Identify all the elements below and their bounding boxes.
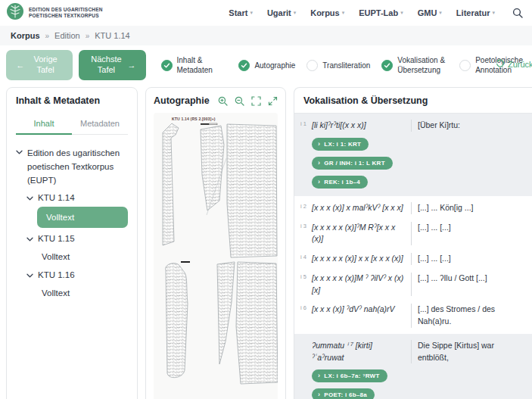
step-autographie[interactable]: Autographie <box>238 60 295 71</box>
translation-text: Die Sippe [Kirtus] war entblößt, <box>411 340 524 364</box>
chevron-right-icon: › <box>318 373 320 379</box>
text-line: i 3 [x x x x x (x)]ˀM Rˀ[x x x (x)] [...… <box>294 218 532 250</box>
annotation-badges: ›LX: i 1: KRT ›GR / INH: i 1: L KRT ›REK… <box>294 136 532 192</box>
transliteration-text: [x x x (x)] x malˀkVˀ [x x x] <box>312 202 411 214</box>
image-tools <box>218 96 278 106</box>
tablet-autograph-image[interactable]: KTU 1.14 (RS 2.[003]+) <box>154 113 278 399</box>
brand[interactable]: EDITION DES UGARITISCHEN POETISCHEN TEXT… <box>6 2 103 23</box>
line-number: i 3 <box>297 222 312 246</box>
chevron-down-icon <box>26 196 33 201</box>
text-line: i 5 [x x x x x (x)]M ˀ ʔilVˀ x (x) [x] [… <box>294 269 532 301</box>
main-nav: Start▾ Ugarit▾ Korpus▾ EUPT-Lab▾ GMU▾ Li… <box>229 8 523 18</box>
nav-eupt-lab[interactable]: EUPT-Lab▾ <box>359 8 403 17</box>
zoom-out-icon[interactable] <box>235 96 244 106</box>
tree-item-volltext-1-15[interactable]: Volltext <box>42 246 128 267</box>
tree-item-volltext-1-14-selected[interactable]: Volltext <box>37 207 128 228</box>
chevron-down-icon: ▾ <box>294 10 297 16</box>
tab-inhalt[interactable]: Inhalt <box>16 114 72 135</box>
eupt-logo-icon <box>6 2 24 23</box>
verse-group: i 2 [x x x (x)] x malˀkVˀ [x x x] [...] … <box>294 196 532 334</box>
line-number: i 5 <box>297 273 312 297</box>
zoom-in-icon[interactable] <box>218 96 228 106</box>
transliteration-text: [x x x (x)] ˀdVˀ nah(a)rV <box>312 304 411 328</box>
translation-text: [...] ... Kön[ig ...] <box>411 202 524 214</box>
tree-item-ktu-1-14[interactable]: KTU 1.14 <box>26 190 128 205</box>
fit-frame-icon[interactable] <box>251 96 261 106</box>
badge-poet[interactable]: ›POET: i 6b–8a <box>312 388 375 399</box>
tree-item-ktu-1-16[interactable]: KTU 1.16 <box>26 267 128 282</box>
text-line: i 4 [x x x x x (x)] x x [x x x (x)] [...… <box>294 249 532 269</box>
breadcrumb-separator: » <box>86 32 90 40</box>
transliteration-text: [x x x x x (x)]M ˀ ʔilVˀ x (x) [x] <box>312 273 411 297</box>
tab-metadaten[interactable]: Metadaten <box>72 114 128 134</box>
chevron-down-icon: ▾ <box>492 10 495 16</box>
badge-rek[interactable]: ›REK: i 1b–4 <box>312 176 368 189</box>
breadcrumb-korpus[interactable]: Korpus <box>11 31 40 40</box>
arrow-right-icon: → <box>127 61 135 70</box>
line-number: i 2 <box>297 202 312 214</box>
content-metadata-panel: Inhalt & Metadaten Inhalt Metadaten Edit… <box>6 87 138 399</box>
brand-title: EDITION DES UGARITISCHEN POETISCHEN TEXT… <box>29 7 103 19</box>
chevron-right-icon: › <box>318 141 320 148</box>
next-tablet-button[interactable]: Nächste Tafel → <box>79 50 145 80</box>
vokalisation-uebersetzung-panel: Vokalisation & Übersetzung i 1 [li ki]ˀr… <box>294 87 532 399</box>
step-inhalt-metadaten[interactable]: Inhalt & Metadaten <box>161 55 228 75</box>
chevron-down-icon <box>16 150 23 154</box>
tablet-toolbar: ← Vorige Tafel Nächste Tafel → Inhalt & … <box>0 45 532 85</box>
nav-gmu[interactable]: GMU▾ <box>418 8 442 17</box>
corpus-tree: Edition des ugaritischen poetischen Text… <box>16 144 128 304</box>
panel-title: Inhalt & Metadaten <box>16 95 128 106</box>
text-line: i 1 [li ki]ˀrˀti[(x x x)] [Über Ki]rtu: <box>294 116 532 136</box>
reset-link[interactable]: Zurücksetzen <box>496 59 532 70</box>
check-circle-icon <box>161 60 173 71</box>
chevron-down-icon: ▾ <box>439 10 442 16</box>
fullscreen-expand-icon[interactable] <box>268 96 278 106</box>
step-transliteration[interactable]: Transliteration <box>306 60 370 71</box>
top-bar: EDITION DES UGARITISCHEN POETISCHEN TEXT… <box>0 0 532 26</box>
tree-item-volltext-1-16[interactable]: Volltext <box>42 282 128 304</box>
badge-lx[interactable]: ›LX: i 6b–7a: ˀRWT <box>312 369 387 382</box>
tree-item-eupt-root[interactable]: Edition des ugaritischen poetischen Text… <box>16 144 128 190</box>
transliteration-text: [li ki]ˀrˀti[(x x x)] <box>312 120 411 132</box>
chevron-right-icon: › <box>318 160 320 167</box>
search-icon[interactable] <box>512 8 523 18</box>
breadcrumb-edition[interactable]: Edition <box>54 31 80 40</box>
breadcrumb: Korpus » Edition » KTU 1.14 <box>0 26 532 45</box>
line-number <box>297 340 312 364</box>
chevron-right-icon: › <box>318 179 320 185</box>
check-circle-icon <box>381 60 393 71</box>
transliteration-text: [x x x x x (x)]ˀM Rˀ[x x x (x)] <box>312 222 411 246</box>
nav-literatur[interactable]: Literatur▾ <box>456 8 495 17</box>
chevron-down-icon: ▾ <box>342 10 345 16</box>
badge-gr-inh[interactable]: ›GR / INH: i 1: L KRT <box>312 157 393 170</box>
breadcrumb-separator: » <box>45 32 50 40</box>
check-circle-icon <box>238 60 250 71</box>
badge-lx[interactable]: ›LX: i 1: KRT <box>312 138 369 151</box>
chevron-down-icon: ▾ <box>400 10 403 16</box>
autograph-caption: KTU 1.14 (RS 2.[003]+) <box>172 117 216 121</box>
nav-ugarit[interactable]: Ugarit▾ <box>267 8 296 17</box>
nav-korpus[interactable]: Korpus▾ <box>310 8 344 17</box>
previous-tablet-button[interactable]: ← Vorige Tafel <box>6 50 73 80</box>
text-line: i 6 [x x x (x)] ˀdVˀ nah(a)rV [...] des … <box>294 300 532 332</box>
tree-item-ktu-1-15[interactable]: KTU 1.15 <box>26 231 128 246</box>
chevron-right-icon: › <box>318 391 320 398</box>
translation-text: [Über Ki]rtu: <box>411 120 524 132</box>
breadcrumb-ktu-1-14[interactable]: KTU 1.14 <box>95 31 129 40</box>
text-line: ʔummatu ⁱ ⁷ [kirti] ˀʿaˀruwat Die Sippe … <box>294 336 532 368</box>
chevron-down-icon <box>26 273 33 278</box>
main-area: Inhalt & Metadaten Inhalt Metadaten Edit… <box>0 85 532 399</box>
tablet-drawing <box>154 113 278 394</box>
translation-text: [...] des Stromes / des Nah(a)ru. <box>411 304 524 328</box>
content-tabs: Inhalt Metadaten <box>16 114 128 135</box>
nav-start[interactable]: Start▾ <box>229 8 253 17</box>
translation-text: [...] ... [...] <box>411 222 524 246</box>
translation-text: [...] ... [...] <box>411 253 524 265</box>
workflow-steps: Inhalt & Metadaten Autographie Translite… <box>161 55 526 75</box>
text-line: i 2 [x x x (x)] x malˀkVˀ [x x x] [...] … <box>294 198 532 218</box>
translation-text: [...] ... ʔIlu / Gott [...] <box>411 273 524 297</box>
chevron-down-icon <box>26 237 33 242</box>
step-vokalisation[interactable]: Vokalisation & Übersetzung <box>381 55 448 75</box>
transliteration-text: [x x x x x (x)] x x [x x x (x)] <box>312 253 411 265</box>
verse-group: ʔummatu ⁱ ⁷ [kirti] ˀʿaˀruwat Die Sippe … <box>294 334 532 399</box>
